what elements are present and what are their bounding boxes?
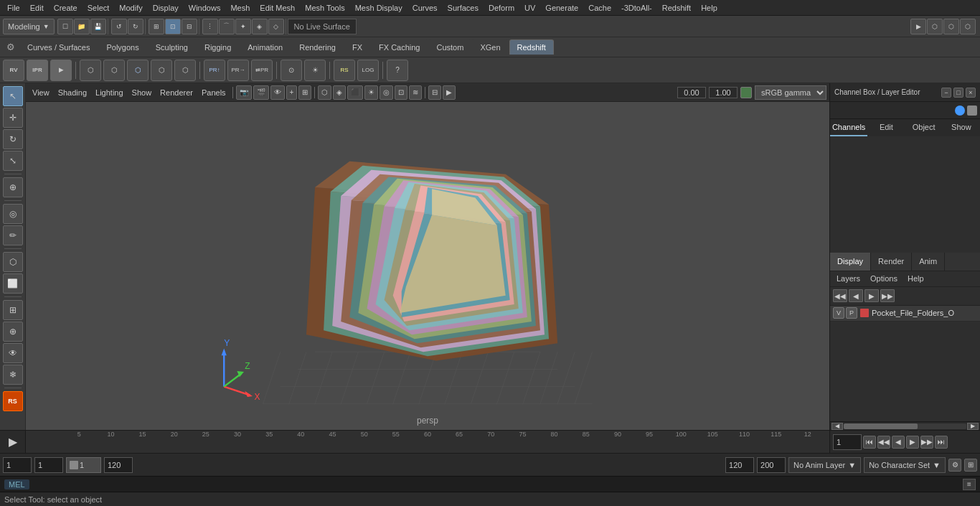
- render-current-btn[interactable]: ▶: [910, 19, 926, 34]
- timeline-track[interactable]: 5 10 15 20 25 30 35 40 45 50 55 60 65 70…: [26, 431, 829, 453]
- rotate-tool-btn[interactable]: ↻: [3, 129, 23, 149]
- current-frame-field[interactable]: [833, 434, 862, 450]
- tl-btn-prev-key[interactable]: ◀◀: [877, 436, 890, 449]
- menu-windows[interactable]: Windows: [184, 2, 225, 14]
- no-char-set-dropdown[interactable]: No Character Set ▼: [864, 457, 946, 473]
- move-tool-btn[interactable]: ✛: [3, 108, 23, 128]
- universal-manip-btn[interactable]: ⊕: [3, 177, 23, 197]
- mel-exec-btn[interactable]: ≡: [963, 479, 976, 490]
- menu-help[interactable]: Help: [697, 2, 722, 14]
- tab-sculpting[interactable]: Sculpting: [148, 39, 196, 55]
- ipr-btn[interactable]: ⬡: [927, 19, 943, 34]
- display-render-btn[interactable]: ⬡: [943, 19, 959, 34]
- layer-row-1[interactable]: V P Pocket_File_Folders_O: [830, 306, 980, 322]
- menu-deform[interactable]: Deform: [484, 2, 519, 14]
- scroll-left-btn[interactable]: ◀: [831, 423, 843, 430]
- tab-fx-caching[interactable]: FX Caching: [371, 39, 428, 55]
- frame-indicator-field[interactable]: [80, 461, 98, 469]
- panel-min-btn[interactable]: −: [941, 88, 951, 98]
- shelf-ipr-btn[interactable]: IPR: [27, 60, 48, 81]
- end-frame-field[interactable]: [34, 457, 63, 473]
- menu-cache[interactable]: Cache: [584, 2, 616, 14]
- menu-create[interactable]: Create: [50, 2, 82, 14]
- shelf-hex4-btn[interactable]: ⬡: [151, 60, 172, 81]
- menu-edit-mesh[interactable]: Edit Mesh: [255, 2, 299, 14]
- open-scene-btn[interactable]: 📁: [74, 19, 90, 34]
- tl-btn-first[interactable]: ⏮: [863, 436, 876, 449]
- range-end-field1[interactable]: [725, 457, 754, 473]
- menu-mesh[interactable]: Mesh: [226, 2, 254, 14]
- menu-curves[interactable]: Curves: [408, 2, 442, 14]
- menu-display[interactable]: Display: [149, 2, 183, 14]
- save-scene-btn[interactable]: 💾: [90, 19, 106, 34]
- render-settings-btn[interactable]: ⬡: [960, 19, 976, 34]
- menu-mesh-display[interactable]: Mesh Display: [351, 2, 407, 14]
- shelf-pr1-btn[interactable]: PR↑: [204, 60, 225, 81]
- scale-tool-btn[interactable]: ⤡: [3, 151, 23, 171]
- tab-custom[interactable]: Custom: [429, 39, 472, 55]
- panel-max-btn[interactable]: □: [953, 88, 963, 98]
- layer-icon-left2[interactable]: ◀: [849, 289, 863, 302]
- range-start-field[interactable]: [104, 457, 133, 473]
- panel-close-btn[interactable]: ×: [966, 88, 976, 98]
- tab-polygons[interactable]: Polygons: [98, 39, 146, 55]
- no-anim-layer-dropdown[interactable]: No Anim Layer ▼: [788, 457, 861, 473]
- mel-input[interactable]: [34, 480, 958, 489]
- bb-settings-btn[interactable]: ⚙: [948, 459, 961, 472]
- menu-uv[interactable]: UV: [520, 2, 540, 14]
- snap-point-btn[interactable]: ✦: [235, 19, 251, 34]
- shelf-hex5-btn[interactable]: ⬡: [174, 60, 196, 81]
- start-frame-field[interactable]: [3, 457, 32, 473]
- shelf-hex3-btn[interactable]: ⬡: [127, 60, 149, 81]
- menu-surfaces[interactable]: Surfaces: [443, 2, 483, 14]
- select-by-hierarchy-btn[interactable]: ⊞: [149, 19, 164, 34]
- undo-btn[interactable]: ↺: [111, 19, 127, 34]
- layer-icon-right2[interactable]: ▶▶: [880, 289, 895, 302]
- cb-tab-object[interactable]: Object: [905, 119, 943, 136]
- menu-redshift[interactable]: Redshift: [658, 2, 695, 14]
- cb-tab-show[interactable]: Show: [943, 119, 980, 136]
- range-end-field2[interactable]: [757, 457, 786, 473]
- snap-grid-btn[interactable]: ⋮: [202, 19, 218, 34]
- mel-label[interactable]: MEL: [4, 479, 29, 489]
- dra-tab-render[interactable]: Render: [871, 253, 912, 271]
- redshift-icon-btn[interactable]: RS: [3, 391, 23, 411]
- layer-icon-right1[interactable]: ▶: [864, 289, 879, 302]
- shelf-pr2-btn[interactable]: PR→: [227, 60, 249, 81]
- menu-3dtoall[interactable]: -3DtoAll-: [617, 2, 656, 14]
- snap-surface-btn[interactable]: ◈: [252, 19, 268, 34]
- lasso-select-btn[interactable]: ⬡: [3, 252, 23, 272]
- tl-btn-last[interactable]: ⏭: [935, 436, 948, 449]
- show-hide-btn[interactable]: 👁: [3, 343, 23, 363]
- shelf-pr3-btn[interactable]: ⇄PR: [251, 60, 273, 81]
- tab-animation[interactable]: Animation: [240, 39, 291, 55]
- tab-fx[interactable]: FX: [344, 39, 370, 55]
- tl-btn-next[interactable]: ▶▶: [920, 436, 933, 449]
- shelf-rslog-btn[interactable]: LOG: [357, 60, 379, 81]
- cb-tab-channels[interactable]: Channels: [830, 119, 867, 136]
- tab-rendering[interactable]: Rendering: [291, 39, 344, 55]
- shelf-hex1-btn[interactable]: ⬡: [80, 60, 101, 81]
- dra-tab-display[interactable]: Display: [830, 253, 871, 271]
- select-tool-btn[interactable]: ↖: [3, 86, 23, 106]
- scroll-right-btn[interactable]: ▶: [967, 423, 979, 430]
- paint-select-btn[interactable]: ⬜: [3, 273, 23, 294]
- menu-generate[interactable]: Generate: [541, 2, 583, 14]
- mode-dropdown[interactable]: Modeling ▼: [3, 19, 55, 34]
- menu-mesh-tools[interactable]: Mesh Tools: [301, 2, 349, 14]
- layers-menu-help[interactable]: Help: [904, 273, 928, 284]
- snap-view-btn[interactable]: ◇: [268, 19, 284, 34]
- shelf-dome-btn[interactable]: ⊙: [281, 60, 302, 81]
- shelf-hex2-btn[interactable]: ⬡: [103, 60, 125, 81]
- cb-tab-edit[interactable]: Edit: [867, 119, 905, 136]
- scroll-track[interactable]: [844, 423, 966, 429]
- sculpt-btn[interactable]: ✏: [3, 225, 23, 245]
- tab-xgen[interactable]: XGen: [472, 39, 508, 55]
- shelf-sun-btn[interactable]: ☀: [304, 60, 326, 81]
- quick-select-btn[interactable]: ⊕: [3, 322, 23, 342]
- layer-icon-left1[interactable]: ◀◀: [833, 289, 847, 302]
- shelf-rsmat-btn[interactable]: RS: [334, 60, 355, 81]
- scroll-thumb[interactable]: [844, 423, 918, 429]
- bb-extra-btn[interactable]: ⊞: [964, 459, 977, 472]
- soft-select-btn[interactable]: ◎: [3, 204, 23, 224]
